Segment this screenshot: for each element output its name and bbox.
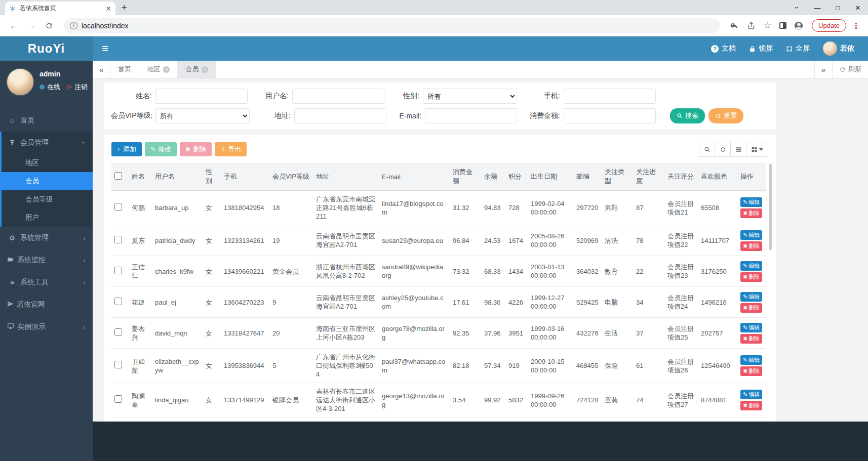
minimize-button[interactable]: — — [807, 4, 827, 12]
email-input[interactable] — [425, 108, 517, 123]
user-avatar[interactable] — [6, 68, 34, 96]
table-row: 蒋云城daniel_he男130732217798山东省烟台市蓬莱市北沟镇栾家口… — [111, 417, 766, 422]
page-tab-会员[interactable]: 会员× — [178, 61, 216, 78]
table-columns-button[interactable] — [746, 142, 768, 157]
row-select-cell — [111, 191, 129, 225]
nav-user[interactable]: 若依 — [816, 41, 861, 56]
sidebar-toggle-icon[interactable]: ≡ — [93, 42, 117, 55]
sidebar-item-home[interactable]: ⌂首页 — [0, 109, 93, 132]
row-delete-button[interactable]: ✖删除 — [740, 401, 762, 410]
row-checkbox[interactable] — [114, 203, 122, 211]
row-delete-button[interactable]: ✖删除 — [740, 208, 762, 218]
row-edit-button[interactable]: ✎编辑 — [740, 390, 762, 399]
tab-search-icon[interactable]: › — [787, 4, 807, 12]
row-checkbox[interactable] — [114, 328, 122, 336]
name-input[interactable] — [155, 89, 248, 104]
new-tab-button[interactable]: + — [115, 3, 133, 15]
sidebar-item-system-tools[interactable]: ≡系统工具‹ — [0, 271, 93, 294]
tab-close-icon[interactable]: ✕ — [105, 5, 111, 12]
sidebar-item-member-level[interactable]: 会员等级 — [2, 190, 93, 208]
bookmark-star-icon[interactable]: ☆ — [760, 20, 775, 31]
phone-input[interactable] — [564, 89, 656, 104]
share-icon[interactable] — [743, 21, 760, 30]
select-all-checkbox[interactable] — [114, 172, 122, 180]
sidebar-item-system-monitor[interactable]: 系统监控‹ — [0, 249, 93, 271]
row-checkbox[interactable] — [114, 361, 122, 368]
sidebar-item-user[interactable]: 用户 — [2, 208, 93, 227]
cell: 广东省广州市从化街口街城保利巷3幢504 — [313, 349, 379, 383]
app-logo[interactable]: RuoYi — [0, 36, 93, 61]
page-tab-label: 会员 — [185, 65, 199, 74]
delete-button[interactable]: ✖删除 — [180, 142, 212, 156]
nav-lock-screen[interactable]: 锁屏 — [742, 44, 779, 53]
cell: 318778 — [573, 417, 602, 422]
browser-tabstrip: 若依系统首页 ✕ + › — □ ✕ — [0, 0, 868, 15]
search-form-row: 姓名:用户名:性别:所有手机: — [111, 89, 769, 104]
address-bar[interactable]: i localhost/index — [64, 18, 720, 33]
row-checkbox[interactable] — [114, 298, 122, 305]
row-checkbox[interactable] — [114, 267, 122, 274]
row-edit-button[interactable]: ✎编辑 — [740, 230, 762, 240]
address-input[interactable] — [294, 108, 386, 123]
sidebar-send-icon — [7, 301, 17, 309]
tabs-scroll-right-icon[interactable]: » — [814, 61, 832, 78]
row-edit-button[interactable]: ✎编辑 — [740, 261, 762, 271]
nav-docs[interactable]: ? 文档 — [704, 44, 742, 53]
nav-fullscreen[interactable]: 全屏 — [779, 44, 816, 53]
maximize-button[interactable]: □ — [827, 4, 848, 12]
tab-refresh-button[interactable]: 刷新 — [832, 61, 868, 78]
profile-icon[interactable] — [791, 22, 807, 30]
page-tab-地区[interactable]: 地区× — [139, 61, 178, 78]
update-button[interactable]: Update — [812, 19, 846, 32]
reset-button[interactable]: 重置 — [708, 108, 743, 123]
row-edit-button[interactable]: ✎编辑 — [740, 197, 762, 207]
page-tab-首页[interactable]: 首页 — [110, 61, 139, 78]
username-input[interactable] — [292, 89, 384, 104]
row-edit-button[interactable]: ✎编辑 — [740, 355, 762, 365]
table-search-button[interactable] — [699, 142, 715, 157]
row-delete-button[interactable]: ✖删除 — [740, 366, 762, 376]
sidebar-item-member[interactable]: 会员 — [2, 172, 93, 190]
sidebar-member-icon: Ŧ — [7, 139, 20, 147]
sidebar-item-ruoyi-website[interactable]: 若依官网 — [0, 294, 93, 316]
edit-button[interactable]: ✎修改 — [145, 142, 177, 156]
cell: 何鹏 — [129, 191, 152, 225]
tab-close-icon[interactable]: × — [163, 66, 170, 73]
tabs-scroll-left-icon[interactable]: « — [93, 61, 110, 78]
reload-button[interactable] — [41, 22, 58, 30]
add-button[interactable]: +添加 — [111, 142, 142, 156]
export-button[interactable]: ⇩导出 — [215, 142, 247, 156]
gender-select[interactable]: 所有 — [423, 89, 517, 104]
site-info-icon[interactable]: i — [70, 22, 77, 29]
close-button[interactable]: ✕ — [848, 4, 868, 12]
table-view-button[interactable] — [730, 142, 746, 157]
row-delete-button[interactable]: ✖删除 — [740, 303, 762, 313]
search-button[interactable]: 搜索 — [670, 108, 705, 123]
browser-menu-icon[interactable]: ⋮ — [849, 21, 863, 30]
row-delete-button[interactable]: ✖删除 — [740, 241, 762, 251]
sidebar-item-demo[interactable]: 实例演示‹ — [0, 316, 93, 338]
row-delete-button[interactable]: ✖删除 — [740, 272, 762, 282]
cell: 吉林省长春市二道区远达大街街利通区小区4-3-201 — [313, 383, 379, 417]
logout-link[interactable]: 注销 — [67, 82, 88, 92]
table-refresh-button[interactable] — [715, 142, 731, 157]
vip-level-select[interactable]: 所有 — [155, 108, 250, 123]
sidebar-item-member-management[interactable]: Ŧ会员管理› — [2, 132, 93, 154]
amount-input[interactable] — [564, 108, 656, 123]
row-delete-button[interactable]: ✖删除 — [740, 334, 762, 344]
browser-tab[interactable]: 若依系统首页 ✕ — [5, 2, 115, 15]
cell: 银牌会员 — [269, 383, 313, 417]
field-email: E-mail: — [393, 108, 517, 123]
forward-button[interactable]: → — [23, 21, 41, 31]
back-button[interactable]: ← — [5, 21, 23, 31]
sidebar-item-region[interactable]: 地区 — [2, 154, 93, 172]
plus-icon: + — [117, 146, 121, 153]
tab-close-icon[interactable]: × — [202, 66, 208, 73]
row-edit-button[interactable]: ✎编辑 — [740, 292, 762, 302]
sidebar-item-system-management[interactable]: ⚙系统管理‹ — [0, 227, 93, 249]
row-edit-button[interactable]: ✎编辑 — [740, 323, 762, 332]
row-checkbox[interactable] — [114, 395, 122, 403]
password-key-icon[interactable] — [726, 21, 743, 30]
side-panel-icon[interactable] — [775, 22, 791, 29]
row-checkbox[interactable] — [114, 236, 122, 243]
